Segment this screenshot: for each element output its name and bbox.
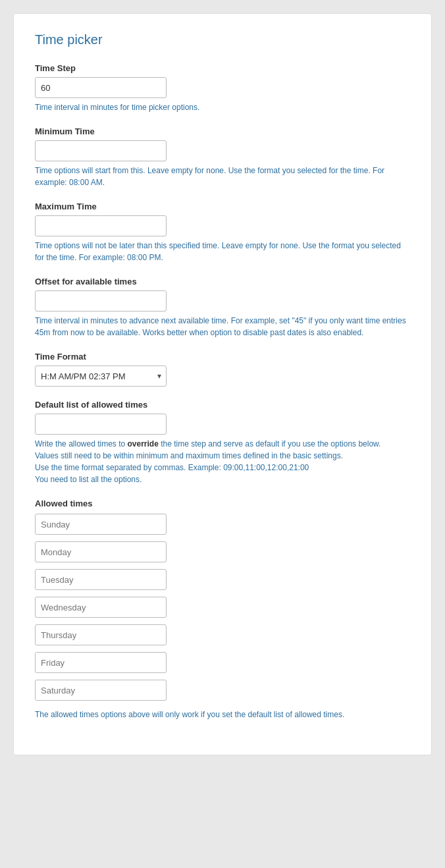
friday-input[interactable] [35,652,167,673]
minimum-time-section: Minimum Time Time options will start fro… [35,126,410,188]
allowed-times-label: Allowed times [35,499,410,508]
minimum-time-label: Minimum Time [35,126,410,136]
allowed-times-grid [35,514,410,701]
page-title: Time picker [35,32,410,47]
time-step-section: Time Step Time interval in minutes for t… [35,63,410,113]
minimum-time-input[interactable] [35,140,167,161]
default-allowed-times-label: Default list of allowed times [35,400,410,410]
wednesday-input[interactable] [35,597,167,618]
main-card: Time picker Time Step Time interval in m… [13,13,432,755]
offset-times-section: Offset for available times Time interval… [35,277,410,339]
time-format-label: Time Format [35,352,410,362]
minimum-time-hint: Time options will start from this. Leave… [35,165,410,188]
monday-input[interactable] [35,541,167,562]
sunday-input[interactable] [35,514,167,535]
allowed-times-bottom-hint: The allowed times options above will onl… [35,709,410,720]
default-allowed-times-input[interactable] [35,414,167,435]
maximum-time-label: Maximum Time [35,202,410,211]
maximum-time-hint: Time options will not be later than this… [35,240,410,263]
time-format-select[interactable]: H:M AM/PM 02:37 PM H:M 14:37 H:M:S AM/PM… [35,366,167,387]
maximum-time-section: Maximum Time Time options will not be la… [35,202,410,263]
maximum-time-input[interactable] [35,215,167,236]
allowed-times-section: Allowed times The allowed times options … [35,499,410,720]
time-step-input[interactable] [35,77,167,98]
saturday-input[interactable] [35,680,167,701]
offset-times-input[interactable] [35,290,167,312]
tuesday-input[interactable] [35,569,167,590]
thursday-input[interactable] [35,624,167,645]
default-allowed-times-hint: Write the allowed times to override the … [35,438,410,485]
default-allowed-times-section: Default list of allowed times Write the … [35,400,410,485]
time-format-select-wrapper: H:M AM/PM 02:37 PM H:M 14:37 H:M:S AM/PM… [35,366,167,387]
offset-times-hint: Time interval in minutes to advance next… [35,315,410,339]
time-step-hint: Time interval in minutes for time picker… [35,101,410,113]
time-format-section: Time Format H:M AM/PM 02:37 PM H:M 14:37… [35,352,410,387]
time-step-label: Time Step [35,63,410,73]
offset-times-label: Offset for available times [35,277,410,286]
